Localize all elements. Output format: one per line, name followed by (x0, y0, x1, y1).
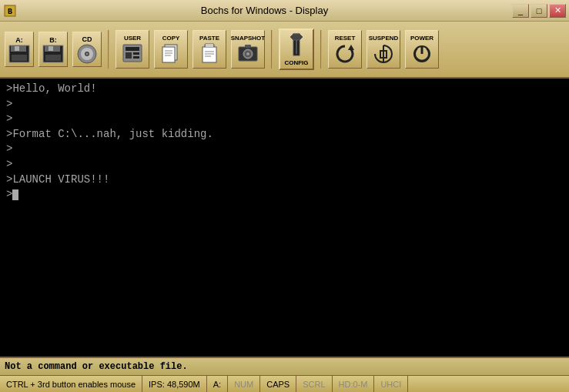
cd-icon (77, 44, 97, 64)
caps-text: CAPS (266, 380, 290, 389)
terminal-cursor (12, 189, 18, 200)
terminal-output: >Hello, World! > > >Format C:\...nah, ju… (6, 82, 563, 203)
copy-label: Copy (162, 35, 180, 42)
minimize-button[interactable]: _ (512, 4, 529, 18)
floppy-a-icon (8, 45, 30, 63)
terminal-line-2: > (6, 97, 563, 112)
power-label: Power (410, 35, 433, 42)
config-button[interactable]: CONFIG (279, 28, 314, 70)
svg-text:B: B (8, 8, 12, 16)
config-label: CONFIG (284, 60, 308, 66)
snapshot-icon (237, 43, 259, 63)
hd-segment: HD:0-M (333, 376, 375, 392)
svg-rect-34 (245, 45, 251, 48)
svg-rect-25 (202, 47, 216, 62)
drive-a-text: A: (213, 380, 221, 389)
toolbar-sep-1 (108, 30, 109, 69)
terminal-line-7: >LAUNCH VIRUS!!! (6, 173, 563, 188)
num-text: NUM (234, 380, 253, 389)
maximize-button[interactable]: □ (531, 4, 547, 18)
terminal-line-6: > (6, 157, 563, 173)
svg-rect-8 (49, 46, 53, 51)
scrl-segment: SCRL (296, 376, 332, 392)
svg-rect-16 (126, 52, 132, 59)
svg-marker-38 (348, 45, 354, 50)
ips-text: IPS: 48,590M (149, 380, 200, 389)
svg-rect-5 (12, 55, 27, 61)
status-text: Not a command or executable file. (5, 361, 564, 372)
svg-rect-26 (206, 44, 213, 47)
hd-text: HD:0-M (339, 380, 368, 389)
drive-a-label: A: (15, 36, 23, 44)
cd-label: CD (82, 35, 92, 43)
window-title: Bochs for Windows - Display (17, 5, 512, 16)
ips-segment: IPS: 48,590M (142, 376, 207, 392)
drive-b-label: B: (49, 36, 57, 44)
info-spacer (408, 376, 569, 392)
terminal-line-5: > (6, 142, 563, 157)
terminal-line-1: >Hello, World! (6, 82, 563, 97)
paste-button[interactable]: Paste (192, 30, 226, 69)
svg-rect-9 (45, 55, 61, 61)
toolbar-sep-2 (271, 30, 273, 69)
terminal-line-3: > (6, 112, 563, 127)
power-icon (411, 43, 433, 63)
user-label: USER (124, 35, 141, 42)
svg-marker-36 (290, 34, 303, 40)
suspend-label: SUSPEND (369, 35, 399, 42)
svg-point-13 (86, 52, 89, 55)
display-area: >Hello, World! > > >Format C:\...nah, ju… (0, 79, 569, 357)
suspend-button[interactable]: SUSPEND (367, 30, 400, 69)
close-button[interactable]: ✕ (549, 4, 566, 18)
window-controls: _ □ ✕ (512, 4, 566, 18)
paste-label: Paste (199, 35, 219, 42)
title-bar: B Bochs for Windows - Display _ □ ✕ (0, 0, 569, 22)
cd-drive-button[interactable]: CD (72, 32, 102, 67)
toolbar-sep-3 (320, 30, 322, 69)
user-button[interactable]: USER (115, 30, 149, 69)
reset-button[interactable]: Reset (328, 30, 362, 69)
drive-b-button[interactable]: B: (38, 32, 68, 67)
user-icon (122, 43, 143, 63)
svg-rect-15 (126, 47, 139, 51)
drive-a-segment: A: (207, 376, 228, 392)
mouse-hint-text: CTRL + 3rd button enables mouse (6, 380, 136, 389)
reset-label: Reset (335, 35, 356, 42)
scrl-text: SCRL (303, 380, 325, 389)
app-icon: B (3, 4, 17, 18)
copy-button[interactable]: Copy (154, 30, 188, 69)
reset-icon (334, 43, 356, 63)
snapshot-label: Snapshot (231, 35, 265, 42)
svg-rect-18 (133, 56, 139, 59)
caps-segment: CAPS (260, 376, 296, 392)
info-bar: CTRL + 3rd button enables mouse IPS: 48,… (0, 375, 569, 392)
svg-rect-4 (15, 46, 19, 51)
uhci-text: UHCI (380, 380, 401, 389)
mouse-hint-segment: CTRL + 3rd button enables mouse (0, 376, 142, 392)
uhci-segment: UHCI (374, 376, 408, 392)
status-bottom-bar: Not a command or executable file. (0, 357, 569, 375)
copy-icon (160, 43, 182, 63)
terminal-line-8: > (6, 187, 563, 203)
paste-icon (199, 43, 220, 63)
svg-rect-20 (162, 47, 175, 62)
toolbar: A: B: CD USER (0, 22, 569, 79)
drive-a-button[interactable]: A: (5, 32, 34, 67)
power-button[interactable]: Power (405, 30, 439, 69)
svg-rect-17 (133, 52, 139, 55)
snapshot-button[interactable]: Snapshot (231, 30, 265, 69)
suspend-icon (373, 43, 394, 63)
config-icon (284, 32, 309, 59)
terminal-line-4: >Format C:\...nah, just kidding. (6, 127, 563, 142)
num-segment: NUM (228, 376, 260, 392)
floppy-b-icon (42, 45, 64, 63)
svg-point-33 (246, 52, 249, 55)
